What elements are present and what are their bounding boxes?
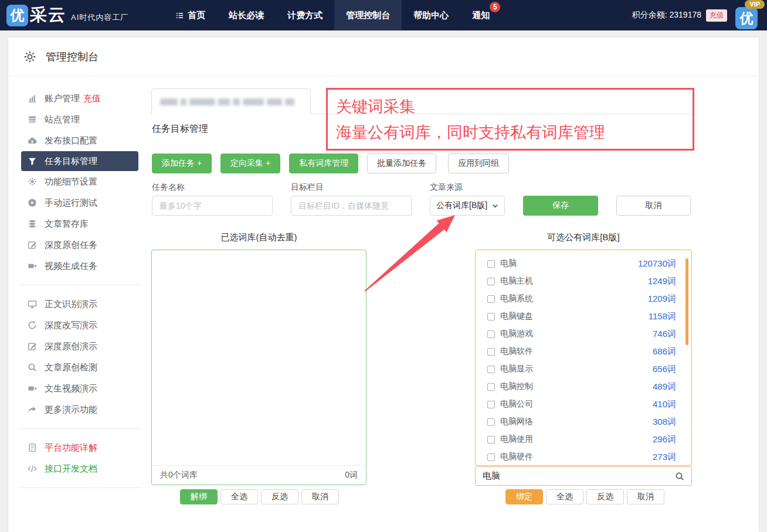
search-icon bbox=[28, 363, 37, 372]
sidebar-item-正文识别演示[interactable]: 正文识别演示 bbox=[8, 294, 151, 315]
nav-item-帮助中心[interactable]: 帮助中心 bbox=[402, 0, 460, 30]
wordlist-name: 电脑游戏 bbox=[500, 329, 533, 339]
wordlist-checkbox[interactable] bbox=[487, 401, 495, 408]
wordlist-checkbox[interactable] bbox=[487, 436, 495, 444]
sidebar-item-站点管理[interactable]: 站点管理 bbox=[8, 109, 151, 130]
server-icon bbox=[28, 115, 37, 124]
article-source-select[interactable]: 公有词库[B版] bbox=[430, 196, 505, 216]
wordlist-checkbox[interactable] bbox=[487, 418, 495, 426]
wordlist-count: 1209词 bbox=[648, 294, 676, 305]
toolbar-button-批量添加任务[interactable]: 批量添加任务 bbox=[367, 154, 436, 173]
toolbar-button-私有词库管理[interactable]: 私有词库管理 bbox=[289, 154, 358, 173]
sidebar-item-文生视频演示[interactable]: 文生视频演示 bbox=[8, 378, 151, 399]
sidebar-item-label: 接口开发文档 bbox=[45, 463, 97, 475]
sidebar-item-更多演示功能[interactable]: 更多演示功能 bbox=[8, 399, 151, 420]
sidebar-item-发布接口配置[interactable]: 发布接口配置 bbox=[8, 130, 151, 151]
cancel-button[interactable]: 取消 bbox=[616, 196, 691, 216]
panel-button-取消[interactable]: 取消 bbox=[627, 489, 664, 504]
wordlist-checkbox[interactable] bbox=[487, 295, 495, 303]
cloud-upload-icon bbox=[28, 136, 37, 145]
wordlist-row[interactable]: 电脑系统1209词 bbox=[476, 290, 691, 308]
wordlist-row[interactable]: 电脑控制489词 bbox=[476, 378, 691, 395]
sidebar-item-文章原创检测[interactable]: 文章原创检测 bbox=[8, 357, 151, 378]
toolbar: 添加任务 +定向采集 +私有词库管理批量添加任务应用到同组 bbox=[152, 154, 521, 173]
page-header: 管理控制台 bbox=[8, 37, 759, 76]
wordlist-checkbox[interactable] bbox=[487, 453, 495, 461]
selected-word-total: 0词 bbox=[345, 470, 358, 480]
selected-panel-buttons: 解绑全选反选取消 bbox=[180, 489, 342, 504]
sidebar-item-label: 深度改写演示 bbox=[45, 320, 97, 331]
wordlist-name: 电脑键盘 bbox=[500, 311, 533, 322]
nav-item-计费方式[interactable]: 计费方式 bbox=[276, 0, 334, 30]
wordlist-row[interactable]: 电脑游戏746词 bbox=[476, 325, 691, 343]
nav-item-管理控制台[interactable]: 管理控制台 bbox=[334, 0, 402, 30]
task-name-input[interactable] bbox=[152, 196, 273, 216]
sidebar-item-深度原创任务[interactable]: 深度原创任务 bbox=[8, 234, 151, 255]
panel-button-全选[interactable]: 全选 bbox=[546, 489, 583, 504]
wordlist-row[interactable]: 电脑公司410词 bbox=[476, 395, 691, 413]
panel-button-取消[interactable]: 取消 bbox=[301, 489, 339, 504]
wordlist-search-input[interactable] bbox=[476, 471, 675, 481]
sidebar-item-接口开发文档[interactable]: 接口开发文档 bbox=[8, 458, 151, 479]
sidebar: 账户管理充值站点管理发布接口配置任务目标管理功能细节设置手动运行测试文章暂存库深… bbox=[8, 76, 151, 531]
nav-item-通知[interactable]: 通知5 bbox=[460, 0, 501, 30]
panel-button-反选[interactable]: 反选 bbox=[586, 489, 624, 504]
wordlist-row[interactable]: 电脑网络308词 bbox=[476, 413, 691, 431]
wordlist-row[interactable]: 电脑硬件273词 bbox=[476, 448, 691, 466]
nav-item-站长必读[interactable]: 站长必读 bbox=[217, 0, 276, 30]
sidebar-item-文章暂存库[interactable]: 文章暂存库 bbox=[8, 213, 151, 234]
database-icon bbox=[28, 219, 37, 229]
panel-button-全选[interactable]: 全选 bbox=[220, 489, 258, 504]
wordlist-checkbox[interactable] bbox=[487, 383, 495, 391]
recharge-link[interactable]: 充值 bbox=[83, 93, 101, 104]
sidebar-item-功能细节设置[interactable]: 功能细节设置 bbox=[8, 171, 151, 192]
nav-item-label: 计费方式 bbox=[287, 10, 323, 21]
wordlist-name: 电脑系统 bbox=[500, 294, 533, 304]
sidebar-item-深度改写演示[interactable]: 深度改写演示 bbox=[8, 315, 151, 336]
wordlist-row[interactable]: 电脑键盘1158词 bbox=[476, 308, 691, 325]
toolbar-button-应用到同组[interactable]: 应用到同组 bbox=[448, 154, 509, 173]
target-column-input[interactable] bbox=[291, 196, 412, 216]
sidebar-item-label: 账户管理 bbox=[45, 93, 80, 104]
scrollbar-thumb[interactable] bbox=[685, 258, 688, 345]
wordlist-checkbox[interactable] bbox=[487, 348, 495, 356]
search-icon[interactable] bbox=[675, 472, 684, 481]
sidebar-item-label: 正文识别演示 bbox=[45, 299, 97, 310]
edit-icon bbox=[28, 342, 37, 351]
wordlist-checkbox[interactable] bbox=[487, 366, 495, 373]
wordlist-row[interactable]: 电脑显示656词 bbox=[476, 360, 691, 378]
wordlist-name: 电脑主机 bbox=[500, 276, 533, 287]
wordlist-checkbox[interactable] bbox=[487, 313, 495, 320]
avatar[interactable]: 优 bbox=[735, 7, 758, 29]
recharge-button[interactable]: 充值 bbox=[706, 9, 727, 22]
toolbar-button-添加任务[interactable]: 添加任务 + bbox=[152, 154, 212, 173]
sidebar-item-label: 文章原创检测 bbox=[45, 362, 97, 373]
sidebar-item-手动运行测试[interactable]: 手动运行测试 bbox=[8, 192, 151, 213]
wordlist-row[interactable]: 电脑使用296词 bbox=[476, 431, 691, 448]
sidebar-item-视频生成任务[interactable]: 视频生成任务 bbox=[8, 255, 151, 277]
wordlist-row[interactable]: 电脑软件686词 bbox=[476, 343, 691, 360]
wordlist-count: 489词 bbox=[653, 381, 676, 393]
wordlist-row[interactable]: 电脑120730词 bbox=[476, 255, 691, 272]
panel-button-解绑[interactable]: 解绑 bbox=[180, 489, 218, 504]
wordlist-row[interactable]: 电脑主机1249词 bbox=[476, 272, 691, 290]
wordlist-checkbox[interactable] bbox=[487, 330, 495, 338]
wordlist-name: 电脑网络 bbox=[500, 417, 533, 427]
vip-badge: VIP bbox=[745, 0, 765, 9]
panel-button-绑定[interactable]: 绑定 bbox=[505, 489, 543, 504]
redacted-tab[interactable] bbox=[151, 88, 311, 114]
sidebar-item-深度原创演示[interactable]: 深度原创演示 bbox=[8, 336, 151, 357]
nav-item-首页[interactable]: 首页 bbox=[164, 0, 217, 30]
sidebar-item-账户管理[interactable]: 账户管理充值 bbox=[8, 88, 151, 109]
wordlist-checkbox[interactable] bbox=[487, 278, 495, 285]
sidebar-item-任务目标管理[interactable]: 任务目标管理 bbox=[21, 151, 138, 171]
article-source-label: 文章来源 bbox=[430, 182, 463, 193]
wordlist-name: 电脑 bbox=[500, 258, 517, 269]
toolbar-button-定向采集[interactable]: 定向采集 + bbox=[220, 154, 280, 173]
app-logo[interactable]: 优 采云 AI时代内容工厂 bbox=[6, 4, 128, 27]
redacted-text bbox=[267, 98, 282, 105]
sidebar-item-平台功能详解[interactable]: 平台功能详解 bbox=[8, 437, 151, 458]
panel-button-反选[interactable]: 反选 bbox=[261, 489, 298, 504]
save-button[interactable]: 保存 bbox=[523, 196, 598, 216]
wordlist-checkbox[interactable] bbox=[487, 260, 495, 268]
